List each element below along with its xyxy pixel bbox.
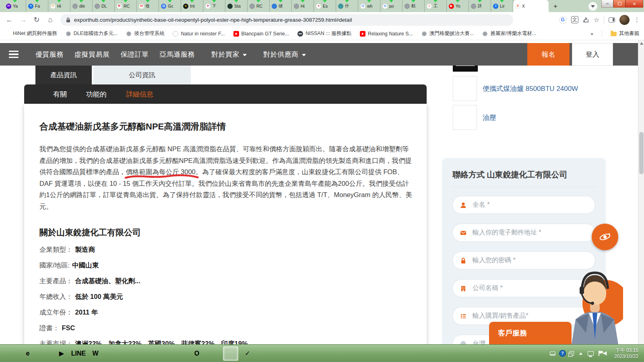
product-link[interactable]: 油壓 [483,113,496,122]
help-icon[interactable]: ? [559,350,566,356]
floating-action-button[interactable] [592,224,618,250]
browser-tab[interactable]: f Fa [26,0,48,12]
related-product-row[interactable]: 便攜式煤油爐 8500BTU 2400W [453,76,578,101]
other-bookmarks-button[interactable]: 其他書籤 [611,30,639,37]
taskbar-app-icon[interactable] [223,346,238,361]
browser-tab[interactable]: ▶ Yo [447,0,469,12]
bookmark-item[interactable]: Relaxing Nature S... [360,31,413,37]
bookmark-item[interactable]: 雅麗家/博蘭水電材... [482,30,536,37]
customer-service-button[interactable]: 客戶服務 [489,322,572,344]
bookmark-star-icon[interactable]: ☆ [594,16,599,24]
bookmark-item[interactable]: Natur in reinster F... [173,31,225,37]
windows-layout-icon[interactable] [570,351,574,356]
action-center-flag-icon[interactable] [599,351,599,356]
keyboard-icon[interactable] [550,352,555,356]
taskbar-app-icon[interactable] [37,346,52,361]
browser-tab[interactable]: ♥ 下 [203,0,225,12]
signup-button[interactable]: 報名 [527,43,570,66]
share-icon[interactable] [583,17,589,23]
bookmarks-overflow-button[interactable]: » [590,31,593,37]
password-field[interactable]: 輸入您的密碼 * [452,251,595,269]
browser-tab[interactable]: 什 [336,0,358,12]
google-icon[interactable]: G [559,16,567,24]
taskbar-app-icon[interactable]: LINE [71,346,86,361]
minimize-button[interactable]: – [601,0,613,8]
browser-tab[interactable]: M 收 [137,0,159,12]
browser-tab[interactable]: 航 [402,0,425,12]
taskbar-app-icon[interactable]: W [88,346,103,361]
taskbar-app-icon[interactable]: O [189,346,204,361]
related-product-thumbnail-partial[interactable] [453,66,478,72]
related-product-row[interactable]: 油壓 [453,105,578,130]
site-nav-link[interactable]: 對於買家 [211,50,247,59]
address-bar[interactable]: exporthub.com/product/synthetic-base-oil… [60,14,513,26]
browser-tab-active[interactable]: X X [513,0,549,12]
taskbar-app-icon[interactable] [206,346,221,361]
fullname-field[interactable]: 全名 * [452,196,595,214]
browser-tab[interactable]: = 工 [425,0,447,12]
tab-search-button[interactable] [588,2,597,11]
taskbar-app-icon[interactable] [172,346,188,361]
taskbar-app-icon[interactable]: ✓ [240,346,255,361]
site-nav-link[interactable]: 優質服務 [35,50,64,59]
tray-expand-icon[interactable] [579,352,582,355]
scrollbar-thumb[interactable] [639,132,644,174]
back-button[interactable]: ← [4,16,14,24]
browser-tab[interactable]: 値 [270,0,292,12]
browser-tab[interactable]: R RC [115,0,137,12]
new-tab-button[interactable]: + [550,1,561,12]
site-nav-link[interactable]: 亞馬遜服務 [160,50,195,59]
detail-subtab[interactable]: 詳細信息 [126,90,153,99]
bookmark-item[interactable]: NISSAN ::: 服務據點 [297,30,351,37]
browser-tab[interactable]: Y! Ya [4,0,26,12]
forward-button[interactable]: → [18,16,28,24]
login-button[interactable]: 登入 [572,43,613,66]
reload-button[interactable]: ↻ [31,15,42,24]
browser-tab[interactable]: G po [380,0,402,12]
profile-avatar[interactable] [619,15,630,25]
email-field[interactable]: 輸入你的電子郵件地址 * [452,224,595,242]
browser-tab[interactable]: Sta [225,0,248,12]
browser-tab[interactable]: G Gc [159,0,181,12]
site-nav-link[interactable]: 虛擬貿易展 [74,50,110,59]
taskbar-app-icon[interactable] [3,346,19,361]
detail-subtab[interactable]: 有關 [53,90,67,99]
browser-tab[interactable]: × Es [314,0,336,12]
tab-company-info[interactable]: 公司資訊 [93,66,191,84]
bookmark-item[interactable]: 澳門格蘭披治大賽... [421,30,474,37]
browser-tab[interactable]: RC [248,0,270,12]
browser-tab[interactable]: ● Int [181,0,203,12]
bookmark-item[interactable]: Blancpain GT Serie... [233,31,289,37]
hamburger-menu-icon[interactable] [9,51,19,58]
browser-tab[interactable]: G wh [358,0,380,12]
browser-tab[interactable]: DL [93,0,115,12]
menu-dots-icon[interactable]: ⋮ [634,16,640,23]
home-button[interactable]: ⌂ [45,16,56,24]
page-scrollbar[interactable] [638,40,644,344]
bookmark-item[interactable]: DLE德國德力多元... [66,30,118,37]
browser-tab[interactable]: f Lir [491,0,513,12]
bookmark-item[interactable]: 後台管理系統 [126,30,164,37]
side-panel-icon[interactable] [609,17,615,23]
browser-tab[interactable]: 詳 [469,0,491,12]
translate-icon[interactable]: 文 [571,16,578,23]
speaker-icon[interactable] [603,351,609,356]
network-icon[interactable] [588,351,594,356]
taskbar-app-icon[interactable] [122,346,137,361]
close-button[interactable]: × [625,0,643,8]
tab-product-info[interactable]: 產品資訊 [35,66,92,84]
detail-subtab[interactable]: 功能的 [86,90,107,99]
browser-tab[interactable]: ✉ Hi [48,0,70,12]
product-link[interactable]: 便攜式煤油爐 8500BTU 2400W [483,84,578,93]
bookmark-item[interactable]: HiNet 網頁郵件服務 [5,30,57,37]
taskbar-app-icon[interactable]: ▶ [54,346,69,361]
taskbar-app-icon[interactable]: e [20,346,35,361]
browser-tab[interactable]: dle [70,0,93,12]
browser-tab[interactable]: Hi [292,0,314,12]
maximize-button[interactable] [613,0,625,8]
scrollbar-up-arrow[interactable] [640,42,643,45]
taskbar-app-icon[interactable] [155,346,171,361]
site-nav-link[interactable]: 保證訂單 [121,50,149,59]
taskbar-app-icon[interactable] [105,346,120,361]
taskbar-app-icon[interactable] [138,346,154,361]
